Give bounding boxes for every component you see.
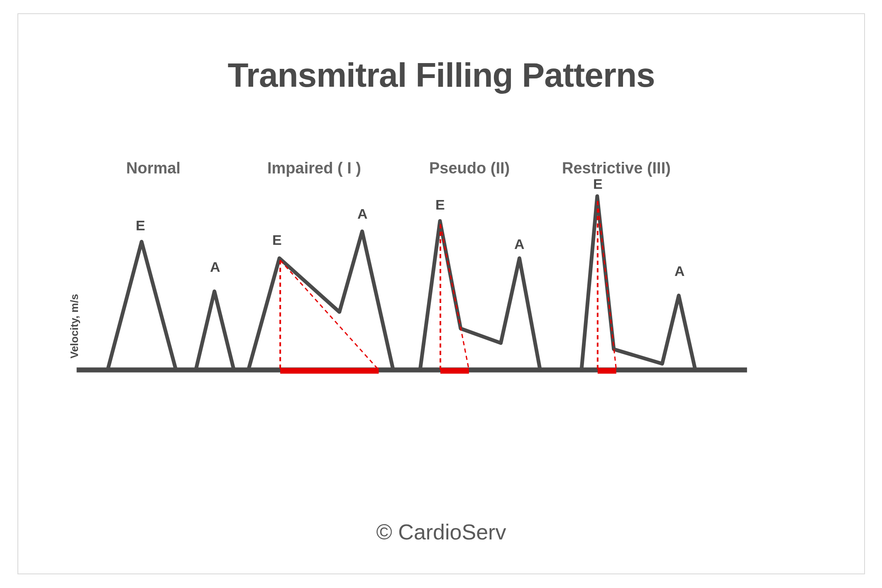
- waveform-plot: [18, 14, 864, 573]
- impaired-DT-slope: [280, 260, 379, 370]
- restrictive-EA-wave: [581, 196, 695, 370]
- pattern-restrictive: [581, 196, 695, 371]
- normal-E-wave: [108, 242, 176, 370]
- pseudo-EA-wave: [420, 221, 540, 370]
- pattern-pseudo: [420, 221, 540, 371]
- normal-A-wave: [196, 291, 234, 370]
- pattern-impaired: [248, 231, 393, 371]
- restrictive-DT-slope: [598, 201, 616, 370]
- impaired-EA-wave: [248, 231, 393, 370]
- pattern-normal: [108, 242, 234, 370]
- chart-frame: Transmitral Filling Patterns Normal Impa…: [17, 13, 865, 574]
- copyright: © CardioServ: [18, 520, 864, 544]
